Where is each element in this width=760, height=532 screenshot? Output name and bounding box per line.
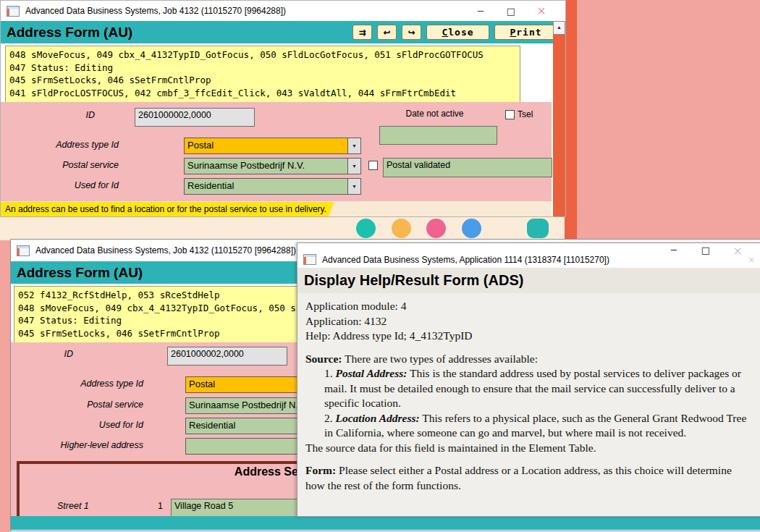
nav-end-icon[interactable]: ⇉ [352, 25, 372, 40]
close-icon[interactable]: × [526, 4, 557, 17]
titlebar[interactable]: Advanced Data Business Systems, Job 4132… [1, 1, 565, 21]
taskbar-icon-amber-app[interactable] [392, 219, 411, 238]
used-for-value: Residential [185, 179, 347, 194]
form-text: Please select either a Postal address or… [305, 464, 732, 491]
higher-level-address-label: Higher-level address [18, 440, 143, 450]
desktop: Advanced Data Business Systems, Job 4132… [0, 0, 760, 532]
taskbar-icon-rose-app[interactable] [426, 219, 446, 238]
taskbar-icon-teal-chat[interactable] [527, 219, 549, 238]
id-input[interactable]: 2601000002,0000 [167, 347, 287, 366]
used-for-label: Used for Id [15, 180, 119, 190]
print-label-rest: rint [516, 27, 541, 38]
id-label: ID [18, 349, 73, 359]
form-toolbar: ⇉ ↩ ↪ Close Print [352, 25, 557, 40]
form-header: Address Form (AU) ⇉ ↩ ↪ Close Print [1, 21, 563, 43]
window-title: Advanced Data Business Systems, Applicat… [322, 255, 609, 265]
window-controls: ─ □ × [465, 4, 565, 17]
title-row: Advanced Data Business Systems, Applicat… [303, 254, 755, 265]
window-help-form: ─ □ × Advanced Data Business Systems, Ap… [297, 242, 760, 517]
app-icon [303, 254, 316, 265]
form-label: Form: [305, 464, 336, 476]
nav-forward-icon[interactable]: ↪ [402, 25, 421, 40]
close-label-rest: lose [448, 27, 473, 38]
print-accel: P [510, 27, 516, 38]
vertical-scrollbar[interactable]: ▲ [553, 21, 565, 216]
scroll-track[interactable] [553, 35, 565, 217]
item-number: 1. [324, 367, 336, 379]
print-button[interactable]: Print [494, 25, 557, 40]
item-number: 2. [324, 412, 336, 424]
source-paragraph: Source: There are two types of addresses… [305, 352, 752, 367]
application-module-line: Application module: 4 [305, 299, 752, 314]
address-type-label: Address type Id [15, 140, 119, 150]
date-not-active-label: Date not active [379, 109, 490, 119]
desktop-accent-strip [565, 0, 577, 240]
date-not-active-input[interactable] [379, 126, 497, 145]
source-intro: There are two types of addresses availab… [342, 352, 538, 365]
location-address-item: 2. Location Address: This refers to a ph… [324, 411, 752, 441]
address-type-value: Postal [185, 138, 347, 153]
postal-address-item: 1. Postal Address: This is the standard … [324, 366, 752, 411]
log-line: 045 sFrmSetLocks, 046 sSetFrmCntlProp [9, 74, 516, 87]
app-icon [17, 245, 30, 256]
postal-service-label: Postal service [15, 160, 119, 170]
source-outro: The source data for this field is mainta… [305, 441, 752, 456]
log-line: 048 sMoveFocus, 049 cbx_4_4132TypID_GotF… [9, 48, 516, 62]
postal-validated-checkbox[interactable] [368, 161, 378, 170]
help-body: Application module: 4 Application: 4132 … [297, 293, 760, 516]
address-type-label: Address type Id [18, 379, 143, 389]
help-field-line: Help: Address type Id; 4_4132TypID [305, 329, 752, 344]
tsel-field: Tsel [505, 109, 533, 119]
postal-validated-field: Postal validated [383, 158, 552, 177]
status-row: An address can be used to find a locatio… [1, 201, 552, 216]
scroll-up-icon[interactable]: ▲ [553, 21, 565, 35]
log-line: 041 sFldProcLOSTFOCUS, 042 cmbf_3_ffcEdi… [9, 87, 516, 100]
taskbar-icon-blue-app[interactable] [462, 219, 481, 238]
maximize-icon[interactable]: □ [496, 6, 526, 17]
form-header-title: Address Form (AU) [17, 265, 143, 281]
taskbar [0, 216, 565, 240]
tsel-checkbox[interactable] [505, 110, 515, 119]
form-header-title: Address Form (AU) [7, 25, 132, 41]
used-for-label: Used for Id [18, 420, 143, 430]
close-form-button[interactable]: Close [426, 25, 489, 40]
nav-back-icon[interactable]: ↩ [377, 25, 397, 40]
background-window-sliver [0, 239, 10, 532]
tsel-label: Tsel [518, 109, 533, 119]
dropdown-icon[interactable]: ▼ [347, 138, 360, 153]
inner-close-icon[interactable]: × [748, 255, 755, 265]
address-type-combo[interactable]: Postal ▼ [184, 138, 361, 154]
postal-service-combo[interactable]: Surinaamse Postbedrijf N.V. ▼ [184, 158, 361, 174]
status-hint: An address can be used to find a locatio… [1, 202, 337, 217]
postal-service-value: Surinaamse Postbedrijf N.V. [185, 159, 347, 174]
form-body: ID 2601000002,0000 Date not active Tsel … [1, 102, 552, 201]
street1-index: 1 [154, 501, 163, 511]
help-form-title: Display Help/Result Form (ADS) [304, 272, 523, 289]
used-for-combo[interactable]: Residential ▼ [184, 178, 361, 195]
taskbar-icon-teal-app[interactable] [356, 219, 376, 238]
log-line: 047 Status: Editing [9, 62, 516, 75]
help-form-header: Display Help/Result Form (ADS) [297, 268, 760, 294]
source-label: Source: [305, 352, 342, 365]
titlebar[interactable]: ─ □ × Advanced Data Business Systems, Ap… [297, 243, 760, 268]
postal-address-label: Postal Address: [336, 367, 408, 379]
app-icon [7, 6, 20, 17]
id-label: ID [15, 110, 95, 120]
close-accel: C [442, 27, 448, 38]
id-input[interactable]: 2601000002,0000 [135, 108, 255, 127]
minimize-icon[interactable]: ─ [465, 6, 496, 17]
window-address-form-1: Advanced Data Business Systems, Job 4132… [0, 0, 566, 217]
dropdown-icon[interactable]: ▼ [347, 159, 360, 174]
window-title: Advanced Data Business Systems, Job 4132… [25, 6, 286, 16]
street1-label: Street 1 [57, 501, 102, 511]
form-footer-band [11, 516, 760, 530]
application-line: Application: 4132 [305, 314, 752, 329]
desktop-background [565, 0, 760, 244]
event-log: 048 sMoveFocus, 049 cbx_4_4132TypID_GotF… [5, 46, 520, 106]
dropdown-icon[interactable]: ▼ [347, 179, 360, 194]
window-title: Advanced Data Business Systems, Job 4132… [35, 245, 296, 256]
form-paragraph: Form: Please select either a Postal addr… [305, 463, 752, 493]
postal-service-label: Postal service [18, 400, 143, 410]
location-address-label: Location Address: [336, 412, 420, 424]
